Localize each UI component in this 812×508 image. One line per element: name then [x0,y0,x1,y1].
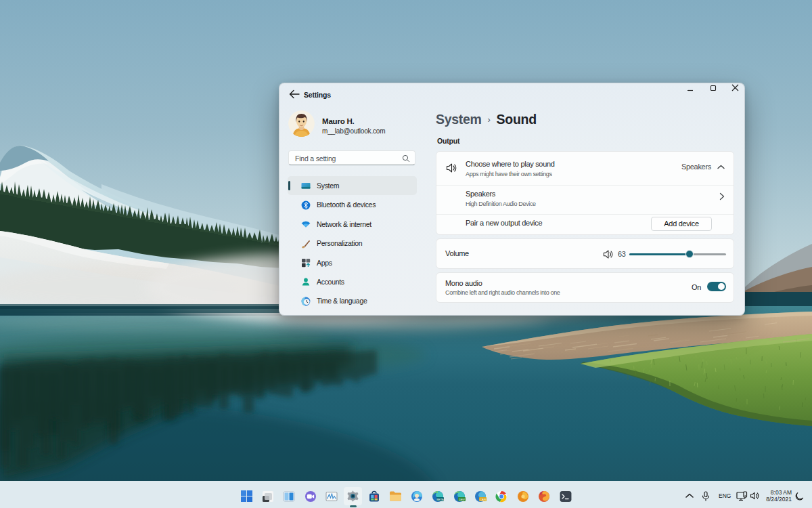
svg-text:BETA: BETA [436,497,444,501]
svg-text:DEV: DEV [459,497,465,501]
svg-text:CAN: CAN [480,497,486,501]
